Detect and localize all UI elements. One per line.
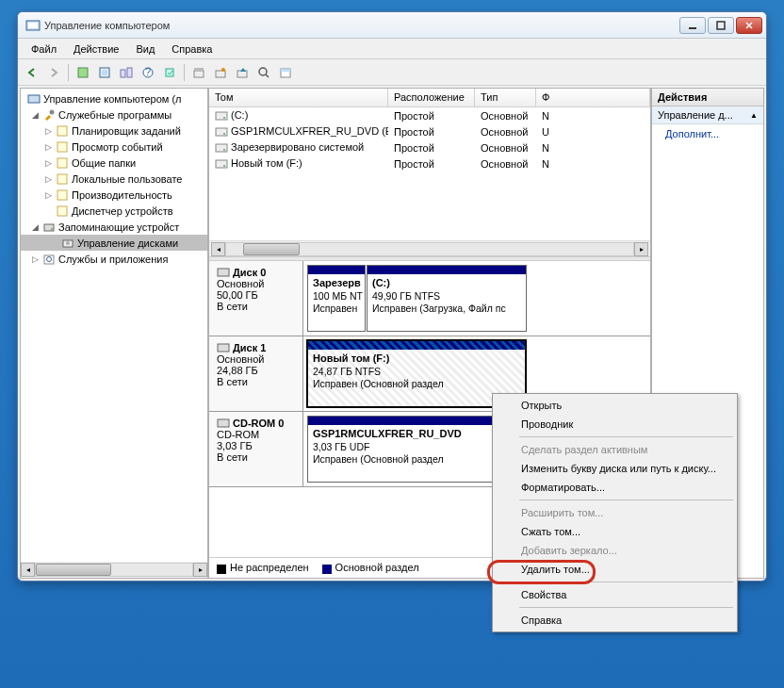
- expand-icon[interactable]: ▷: [43, 174, 53, 184]
- back-button[interactable]: [22, 62, 42, 83]
- partition[interactable]: (C:)49,90 ГБ NTFSИсправен (Загрузка, Фай…: [367, 265, 527, 332]
- expand-icon[interactable]: ▷: [43, 142, 53, 152]
- svg-rect-2: [689, 27, 696, 29]
- actions-header: Действия: [652, 89, 763, 106]
- svg-rect-20: [28, 95, 40, 103]
- tb-icon[interactable]: [159, 62, 180, 83]
- tb-icon[interactable]: [232, 62, 253, 83]
- tree-group-storage[interactable]: ◢ Запоминающие устройст: [21, 219, 207, 235]
- titlebar[interactable]: Управление компьютером: [18, 12, 766, 39]
- ctx-add-mirror: Добавить зеркало...: [495, 541, 735, 560]
- close-button[interactable]: [736, 17, 762, 34]
- tb-icon[interactable]: [188, 62, 209, 83]
- scroll-thumb[interactable]: [243, 243, 300, 255]
- collapse-icon[interactable]: ▲: [750, 111, 758, 120]
- forward-button[interactable]: [43, 62, 64, 83]
- ctx-properties[interactable]: Свойства: [495, 585, 735, 604]
- maximize-button[interactable]: [708, 17, 734, 34]
- menu-file[interactable]: Файл: [24, 41, 64, 57]
- col-volume[interactable]: Том: [209, 89, 388, 106]
- tb-icon[interactable]: [253, 62, 274, 83]
- volume-row[interactable]: (C:)ПростойОсновнойN: [209, 107, 650, 123]
- tree-disk-management[interactable]: Управление дисками: [21, 235, 207, 251]
- col-type[interactable]: Тип: [475, 89, 536, 106]
- menu-view[interactable]: Вид: [128, 41, 162, 57]
- tree-item[interactable]: ▷Планировщик заданий: [21, 123, 207, 139]
- vol-hscroll[interactable]: ◂ ▸: [209, 240, 650, 256]
- ctx-shrink[interactable]: Сжать том...: [495, 522, 735, 541]
- svg-rect-12: [194, 71, 204, 77]
- window-title: Управление компьютером: [44, 20, 679, 31]
- actions-more[interactable]: Дополнит...: [652, 124, 763, 143]
- tree-group-services[interactable]: ▷ Службы и приложения: [21, 251, 207, 267]
- svg-point-15: [221, 68, 225, 72]
- ctx-explorer[interactable]: Проводник: [495, 415, 735, 434]
- expand-icon[interactable]: ▷: [43, 190, 53, 200]
- ctx-change-letter[interactable]: Изменить букву диска или путь к диску...: [495, 459, 735, 478]
- scroll-left[interactable]: ◂: [21, 563, 35, 577]
- tb-icon[interactable]: ?: [138, 62, 158, 83]
- ctx-format[interactable]: Форматировать...: [495, 478, 735, 497]
- minimize-button[interactable]: [679, 17, 706, 34]
- tree-item[interactable]: ▷Диспетчер устройств: [21, 203, 207, 219]
- disk-info[interactable]: Диск 1Основной24,88 ГБВ сети: [209, 336, 303, 411]
- volume-row[interactable]: Зарезервировано системойПростойОсновнойN: [209, 139, 650, 156]
- tree-pane[interactable]: Управление компьютером (л ◢ Служебные пр…: [20, 88, 208, 579]
- tb-icon[interactable]: [116, 62, 137, 83]
- tree-label: Диспетчер устройств: [72, 205, 173, 217]
- tree-label: Служебные программы: [58, 109, 172, 121]
- tb-icon[interactable]: [94, 62, 115, 83]
- scroll-right[interactable]: ▸: [634, 242, 648, 256]
- scroll-right[interactable]: ▸: [193, 563, 207, 577]
- ctx-help[interactable]: Справка: [495, 611, 735, 630]
- col-layout[interactable]: Расположение: [388, 89, 475, 106]
- svg-point-31: [66, 241, 70, 245]
- tree-item[interactable]: ▷Локальные пользовате: [21, 171, 207, 187]
- svg-rect-23: [57, 142, 67, 152]
- tree-item[interactable]: ▷Производительность: [21, 187, 207, 203]
- tree-root[interactable]: Управление компьютером (л: [21, 90, 207, 106]
- svg-point-41: [223, 165, 225, 167]
- drive-icon: [215, 110, 228, 122]
- perf-icon: [55, 188, 70, 203]
- svg-rect-22: [57, 126, 67, 136]
- ctx-delete-volume[interactable]: Удалить том...: [495, 560, 735, 579]
- collapse-icon[interactable]: ◢: [30, 222, 40, 232]
- partition-body: (C:)49,90 ГБ NTFSИсправен (Загрузка, Фай…: [368, 274, 526, 331]
- svg-text:?: ?: [145, 66, 151, 77]
- tree-group-system[interactable]: ◢ Служебные программы: [21, 106, 207, 123]
- legend-swatch-primary: [322, 565, 332, 574]
- partition[interactable]: Зарезерв100 МБ NTИсправен: [307, 265, 366, 332]
- svg-rect-6: [102, 70, 107, 75]
- svg-point-17: [259, 68, 267, 75]
- svg-rect-19: [281, 69, 290, 72]
- actions-group[interactable]: Управление д... ▲: [652, 106, 763, 124]
- scroll-thumb[interactable]: [36, 564, 111, 576]
- tree-item[interactable]: ▷Просмотр событий: [21, 139, 207, 155]
- tb-icon[interactable]: [275, 62, 296, 83]
- volume-row[interactable]: Новый том (F:)ПростойОсновнойN: [209, 156, 650, 172]
- svg-rect-34: [216, 112, 227, 120]
- svg-rect-8: [127, 68, 132, 77]
- scroll-left[interactable]: ◂: [211, 242, 225, 256]
- expand-icon[interactable]: ▷: [30, 254, 40, 264]
- volume-list[interactable]: Том Расположение Тип Ф (C:)ПростойОсновн…: [209, 89, 650, 256]
- tree-label: Управление дисками: [77, 238, 178, 249]
- menu-action[interactable]: Действие: [66, 41, 126, 57]
- svg-rect-43: [218, 344, 229, 352]
- volume-row[interactable]: GSP1RMCULXFRER_RU_DVD (E:)ПростойОсновно…: [209, 123, 650, 139]
- tree-item[interactable]: ▷Общие папки: [21, 155, 207, 171]
- col-fs[interactable]: Ф: [536, 89, 650, 106]
- tb-icon[interactable]: [73, 62, 93, 83]
- collapse-icon[interactable]: ◢: [30, 110, 40, 120]
- expand-icon[interactable]: ▷: [43, 158, 53, 168]
- menu-help[interactable]: Справка: [164, 41, 220, 57]
- tb-icon[interactable]: [210, 62, 231, 83]
- clock-icon: [55, 123, 70, 139]
- disk-info[interactable]: Диск 0Основной50,00 ГБВ сети: [209, 261, 303, 336]
- tree-label: Планировщик заданий: [72, 125, 181, 137]
- expand-icon[interactable]: ▷: [43, 126, 53, 136]
- ctx-open[interactable]: Открыть: [495, 396, 735, 415]
- disk-info[interactable]: CD-ROM 0CD-ROM3,03 ГБВ сети: [209, 412, 303, 486]
- svg-point-39: [223, 149, 225, 151]
